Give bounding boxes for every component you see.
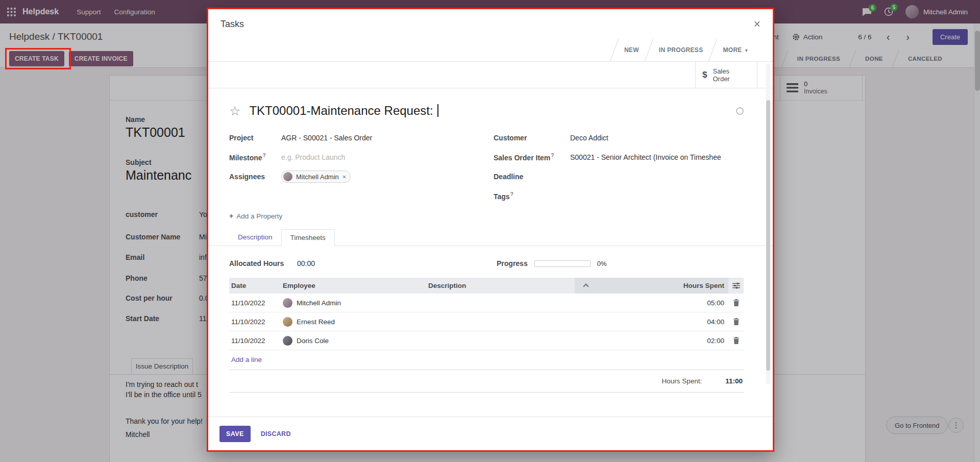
employee-avatar (283, 336, 292, 346)
cell-date[interactable]: 11/10/2022 (229, 299, 283, 307)
milestone-field[interactable]: e.g. Product Launch (281, 153, 345, 161)
trash-icon (733, 299, 740, 306)
discard-button[interactable]: DISCARD (261, 430, 291, 437)
allocated-hours-row: Allocated Hours 00:00 Progress 0% (229, 255, 744, 272)
cell-employee[interactable]: Doris Cole (283, 336, 428, 346)
screen: Helpdesk Support Configuration 6 5 Mitch… (0, 0, 980, 462)
help-marker: ? (551, 153, 554, 158)
cell-hours[interactable]: 05:00 (575, 299, 728, 307)
timesheet-row[interactable]: 11/10/2022 Ernest Reed 04:00 (229, 312, 744, 331)
chevron-down-icon: ▾ (745, 47, 748, 53)
task-tabs: Description Timesheets (208, 229, 773, 246)
project-label: Project (229, 134, 281, 142)
assignee-name: Mitchell Admin (296, 173, 339, 181)
allocated-hours-field[interactable]: 00:00 (297, 259, 315, 268)
task-statusbar-row: NEW IN PROGRESS MORE ▾ (208, 39, 773, 62)
sliders-icon (732, 282, 740, 289)
favorite-star-icon[interactable]: ☆ (229, 105, 240, 117)
task-sheet: ☆ TKT00001-Maintenance Request: Project … (208, 88, 773, 220)
save-button[interactable]: SAVE (219, 426, 251, 442)
progress-widget: Progress 0% (497, 259, 607, 268)
cell-date[interactable]: 11/10/2022 (229, 318, 283, 326)
task-title-row: ☆ TKT00001-Maintenance Request: (229, 104, 744, 118)
add-line-button[interactable]: Add a line (231, 356, 262, 363)
trash-icon (733, 337, 740, 344)
assignees-row: Assignees Mitchell Admin × (229, 167, 494, 186)
customer-label: Customer (494, 134, 570, 142)
employee-avatar (283, 317, 292, 327)
cell-hours[interactable]: 04:00 (575, 318, 728, 326)
task-stage-in-progress[interactable]: IN PROGRESS (649, 39, 713, 61)
sales-order-item-field[interactable]: S00021 - Senior Architect (Invoice on Ti… (570, 153, 721, 161)
sales-order-label: Sales Order (713, 67, 736, 83)
left-column: Project AGR - S00021 - Sales Order Miles… (229, 128, 494, 206)
milestone-row: Milestone? e.g. Product Launch (229, 148, 494, 167)
timesheet-table: Date Employee Description Hours Spent 11… (229, 278, 744, 393)
plus-icon: + (229, 212, 233, 220)
modal-body: NEW IN PROGRESS MORE ▾ $ Sales Order (208, 39, 773, 417)
project-field[interactable]: AGR - S00021 - Sales Order (281, 134, 372, 142)
sort-ascending-icon (583, 283, 589, 289)
header-description[interactable]: Description (428, 282, 575, 289)
timesheets-pane: Allocated Hours 00:00 Progress 0% Date E… (208, 246, 773, 393)
allocated-hours-label: Allocated Hours (229, 259, 297, 268)
sales-order-item-row: Sales Order Item? S00021 - Senior Archit… (494, 148, 744, 167)
table-header-row: Date Employee Description Hours Spent (229, 278, 744, 294)
timesheet-row[interactable]: 11/10/2022 Doris Cole 02:00 (229, 331, 744, 350)
dollar-icon: $ (702, 70, 707, 80)
header-hours-spent[interactable]: Hours Spent (575, 278, 728, 294)
text-cursor (437, 104, 438, 117)
optional-columns-button[interactable] (728, 282, 744, 289)
cell-employee[interactable]: Mitchell Admin (283, 298, 428, 308)
milestone-label: Milestone? (229, 153, 281, 162)
modal-title: Tasks (220, 19, 244, 30)
progress-bar (534, 260, 591, 267)
tab-description[interactable]: Description (229, 229, 281, 246)
employee-avatar (283, 298, 292, 308)
modal-footer: SAVE DISCARD (208, 417, 773, 450)
tasks-modal: Tasks × NEW IN PROGRESS MORE ▾ (207, 8, 774, 452)
total-hours-label: Hours Spent: (662, 377, 702, 385)
cell-hours[interactable]: 02:00 (575, 337, 728, 345)
close-icon[interactable]: × (754, 18, 761, 30)
customer-field[interactable]: Deco Addict (570, 134, 608, 142)
task-button-box: $ Sales Order (208, 62, 773, 88)
task-stage-new[interactable]: NEW (615, 39, 649, 61)
assignee-tag[interactable]: Mitchell Admin × (281, 171, 351, 183)
task-title-input[interactable]: TKT00001-Maintenance Request: (249, 104, 438, 118)
total-hours-value: 11:00 (725, 377, 743, 385)
add-line-row: Add a line (229, 350, 744, 370)
tags-label: Tags? (494, 191, 570, 201)
progress-value: 0% (597, 260, 607, 268)
modal-header: Tasks × (208, 9, 773, 39)
task-stage-more[interactable]: MORE ▾ (713, 39, 757, 61)
delete-row-button[interactable] (728, 318, 744, 325)
kanban-state-icon[interactable] (736, 107, 744, 115)
task-fields: Project AGR - S00021 - Sales Order Miles… (229, 128, 744, 206)
deadline-label: Deadline (494, 173, 570, 181)
tab-timesheets[interactable]: Timesheets (281, 229, 335, 246)
add-property-button[interactable]: + Add a Property (229, 212, 744, 220)
sales-order-stat-button[interactable]: $ Sales Order (695, 62, 757, 88)
customer-row: Customer Deco Addict (494, 128, 744, 148)
cell-employee[interactable]: Ernest Reed (283, 317, 428, 327)
timesheet-row[interactable]: 11/10/2022 Mitchell Admin 05:00 (229, 294, 744, 312)
assignees-label: Assignees (229, 173, 281, 181)
assignee-avatar (283, 172, 292, 181)
cell-date[interactable]: 11/10/2022 (229, 337, 283, 345)
modal-scrollbar-thumb[interactable] (766, 100, 770, 371)
task-statusbar: NEW IN PROGRESS MORE ▾ (614, 39, 757, 61)
sales-order-item-label: Sales Order Item? (494, 153, 570, 162)
help-marker: ? (263, 153, 266, 158)
header-date[interactable]: Date (229, 282, 283, 289)
right-column: Customer Deco Addict Sales Order Item? S… (494, 128, 744, 206)
help-marker: ? (510, 191, 513, 197)
delete-row-button[interactable] (728, 299, 744, 306)
deadline-row: Deadline (494, 167, 744, 186)
timesheet-totals: Hours Spent: 11:00 (229, 370, 744, 393)
delete-row-button[interactable] (728, 337, 744, 344)
trash-icon (733, 318, 740, 325)
tags-row: Tags? (494, 186, 744, 206)
header-employee[interactable]: Employee (283, 282, 428, 289)
remove-tag-icon[interactable]: × (342, 173, 347, 181)
